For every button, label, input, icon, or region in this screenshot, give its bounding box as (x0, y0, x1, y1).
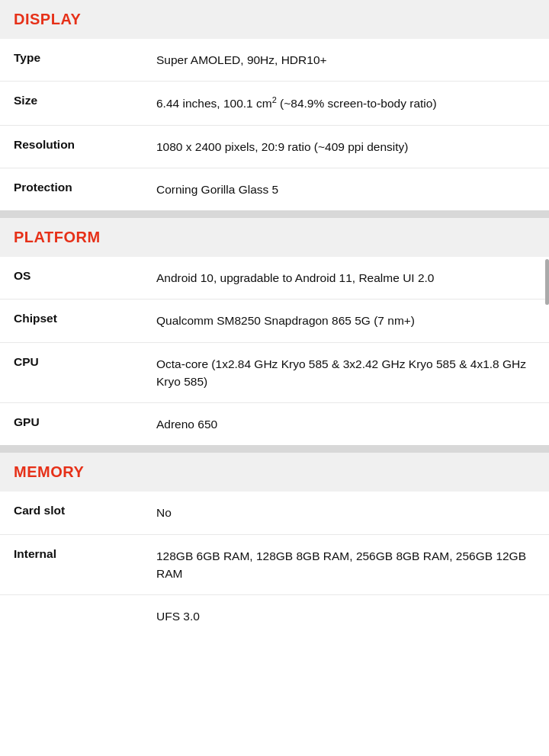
table-row: Internal 128GB 6GB RAM, 128GB 8GB RAM, 2… (0, 535, 549, 596)
table-row: Size 6.44 inches, 100.1 cm2 (~84.9% scre… (0, 82, 549, 125)
table-row: GPU Adreno 650 (0, 403, 549, 445)
label-internal: Internal (0, 535, 149, 595)
table-row: OS Android 10, upgradable to Android 11,… (0, 257, 549, 300)
value-type: Super AMOLED, 90Hz, HDR10+ (149, 39, 549, 81)
label-protection: Protection (0, 168, 149, 210)
scrollbar-track[interactable] (545, 0, 549, 637)
value-resolution: 1080 x 2400 pixels, 20:9 ratio (~409 ppi… (149, 126, 549, 168)
memory-header: MEMORY (0, 453, 549, 492)
table-row: Card slot No (0, 492, 549, 534)
memory-title: MEMORY (14, 463, 84, 480)
display-title: DISPLAY (14, 11, 81, 27)
label-ufs-empty (0, 595, 149, 637)
value-card-slot: No (149, 492, 549, 533)
value-chipset: Qualcomm SM8250 Snapdragon 865 5G (7 nm+… (149, 300, 549, 341)
label-resolution: Resolution (0, 126, 149, 168)
section-divider (0, 210, 549, 218)
section-platform: PLATFORM OS Android 10, upgradable to An… (0, 218, 549, 445)
scrollbar-thumb[interactable] (545, 259, 549, 305)
platform-header: PLATFORM (0, 218, 549, 257)
display-header: DISPLAY (0, 0, 549, 39)
table-row: Protection Corning Gorilla Glass 5 (0, 168, 549, 210)
section-memory: MEMORY Card slot No Internal 128GB 6GB R… (0, 453, 549, 637)
table-row: Chipset Qualcomm SM8250 Snapdragon 865 5… (0, 300, 549, 342)
value-protection: Corning Gorilla Glass 5 (149, 168, 549, 210)
value-ufs: UFS 3.0 (149, 595, 549, 637)
label-size: Size (0, 82, 149, 124)
label-chipset: Chipset (0, 300, 149, 341)
label-os: OS (0, 257, 149, 299)
section-divider-2 (0, 445, 549, 453)
table-row: Resolution 1080 x 2400 pixels, 20:9 rati… (0, 126, 549, 168)
value-internal: 128GB 6GB RAM, 128GB 8GB RAM, 256GB 8GB … (149, 535, 549, 595)
section-display: DISPLAY Type Super AMOLED, 90Hz, HDR10+ … (0, 0, 549, 210)
platform-title: PLATFORM (14, 229, 101, 245)
label-gpu: GPU (0, 403, 149, 445)
label-type: Type (0, 39, 149, 81)
table-row: UFS 3.0 (0, 595, 549, 637)
table-row: CPU Octa-core (1x2.84 GHz Kryo 585 & 3x2… (0, 343, 549, 404)
page-container: DISPLAY Type Super AMOLED, 90Hz, HDR10+ … (0, 0, 549, 637)
value-cpu: Octa-core (1x2.84 GHz Kryo 585 & 3x2.42 … (149, 343, 549, 403)
value-size: 6.44 inches, 100.1 cm2 (~84.9% screen-to… (149, 82, 549, 124)
table-row: Type Super AMOLED, 90Hz, HDR10+ (0, 39, 549, 82)
label-card-slot: Card slot (0, 492, 149, 533)
value-gpu: Adreno 650 (149, 403, 549, 445)
label-cpu: CPU (0, 343, 149, 403)
value-os: Android 10, upgradable to Android 11, Re… (149, 257, 549, 299)
